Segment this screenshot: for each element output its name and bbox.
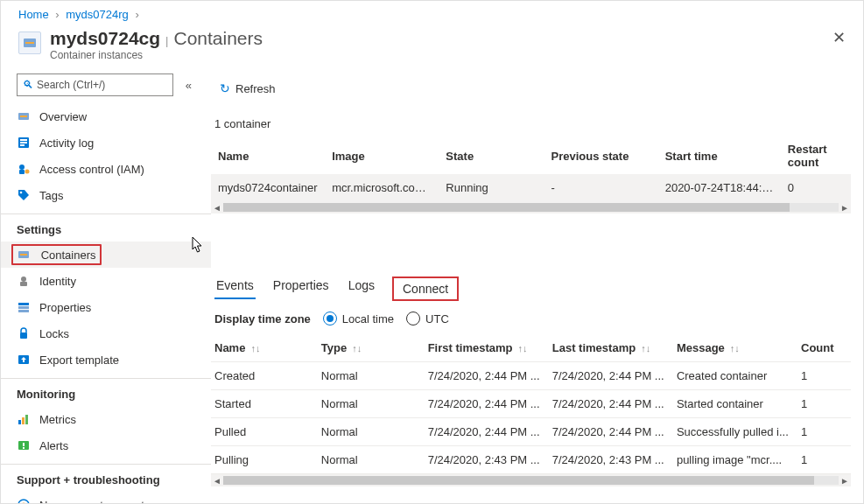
scroll-left-icon[interactable]: ◄ <box>211 476 223 486</box>
activity-log-icon <box>17 136 31 150</box>
svg-point-12 <box>20 192 23 194</box>
radio-unselected-icon <box>406 312 420 326</box>
main-content: ↻ Refresh 1 container Name Image State P… <box>211 70 863 504</box>
svg-rect-19 <box>18 310 29 312</box>
section-monitoring: Monitoring <box>1 378 211 406</box>
table-row[interactable]: myds0724container mcr.microsoft.com/a...… <box>211 174 851 201</box>
tab-connect[interactable]: Connect <box>392 276 459 301</box>
tab-events[interactable]: Events <box>214 275 256 299</box>
nav-access-control[interactable]: Access control (IAM) <box>1 156 211 182</box>
horizontal-scrollbar[interactable]: ◄ ► <box>211 474 851 486</box>
radio-utc[interactable]: UTC <box>406 312 449 326</box>
nav-overview[interactable]: Overview <box>1 103 211 130</box>
col-restart-count[interactable]: Restart count <box>781 137 851 174</box>
export-template-icon <box>17 353 31 367</box>
support-icon <box>17 498 31 504</box>
sort-icon: ↑↓ <box>730 343 740 354</box>
tab-properties[interactable]: Properties <box>271 275 331 299</box>
nav-identity[interactable]: Identity <box>1 268 211 294</box>
alerts-icon <box>17 438 31 452</box>
breadcrumb-rg[interactable]: myds0724rg <box>66 8 129 21</box>
svg-rect-1 <box>25 42 34 44</box>
resource-title: myds0724cg <box>50 28 160 49</box>
search-icon: 🔍︎ <box>23 79 33 91</box>
timezone-row: Display time zone Local time UTC <box>211 299 851 334</box>
page-header: myds0724cg | Containers Container instan… <box>1 24 863 70</box>
scroll-right-icon[interactable]: ► <box>839 203 851 213</box>
detail-tabs: Events Properties Logs Connect <box>211 275 851 299</box>
sort-icon: ↑↓ <box>352 343 362 354</box>
svg-rect-14 <box>20 254 27 256</box>
sidebar-search-input[interactable]: 🔍︎ Search (Ctrl+/) <box>17 74 173 96</box>
refresh-button[interactable]: ↻ Refresh <box>214 78 281 99</box>
table-row[interactable]: PullingNormal7/24/2020, 2:43 PM ...7/24/… <box>211 446 851 474</box>
sort-icon: ↑↓ <box>517 343 527 354</box>
nav-export-template[interactable]: Export template <box>1 346 211 373</box>
horizontal-scrollbar[interactable]: ◄ ► <box>211 201 851 214</box>
nav-properties[interactable]: Properties <box>1 294 211 320</box>
nav-activity-log[interactable]: Activity log <box>1 130 211 156</box>
svg-rect-17 <box>18 303 29 305</box>
col2-type[interactable]: Type↑↓ <box>318 334 425 362</box>
section-support: Support + troubleshooting <box>1 464 211 492</box>
col-name[interactable]: Name <box>211 137 325 174</box>
col2-first[interactable]: First timestamp↑↓ <box>425 334 549 362</box>
svg-rect-25 <box>25 415 28 424</box>
section-settings: Settings <box>1 214 211 242</box>
svg-rect-20 <box>20 332 27 339</box>
svg-rect-27 <box>23 443 25 446</box>
svg-point-15 <box>21 276 26 282</box>
svg-rect-24 <box>22 417 25 424</box>
collapse-sidebar-button[interactable]: « <box>182 77 195 94</box>
nav-alerts[interactable]: Alerts <box>1 432 211 458</box>
svg-rect-28 <box>23 447 25 449</box>
scroll-left-icon[interactable]: ◄ <box>211 203 223 213</box>
nav-locks[interactable]: Locks <box>1 320 211 346</box>
table-row[interactable]: CreatedNormal7/24/2020, 2:44 PM ...7/24/… <box>211 362 851 390</box>
col2-count[interactable]: Count <box>797 334 851 362</box>
radio-selected-icon <box>323 312 337 326</box>
tags-icon <box>17 188 31 202</box>
properties-icon <box>17 300 31 314</box>
col-prev-state[interactable]: Previous state <box>544 137 658 174</box>
breadcrumb-home[interactable]: Home <box>18 8 49 21</box>
nav-new-support-request[interactable]: New support request <box>1 492 211 504</box>
col2-last[interactable]: Last timestamp↑↓ <box>549 334 673 362</box>
chevron-right-icon: › <box>55 8 59 21</box>
col-state[interactable]: State <box>439 137 544 174</box>
sort-icon: ↑↓ <box>641 343 650 354</box>
timezone-label: Display time zone <box>214 312 311 326</box>
page-title: Containers <box>173 28 263 49</box>
tab-logs[interactable]: Logs <box>347 275 376 299</box>
refresh-icon: ↻ <box>220 81 230 95</box>
svg-point-29 <box>18 500 29 504</box>
col-start-time[interactable]: Start time <box>658 137 781 174</box>
nav-containers[interactable]: Containers <box>1 242 211 268</box>
close-button[interactable]: ✕ <box>832 28 846 47</box>
nav-metrics[interactable]: Metrics <box>1 406 211 432</box>
access-control-icon <box>17 162 31 176</box>
table-row[interactable]: StartedNormal7/24/2020, 2:44 PM ...7/24/… <box>211 390 851 418</box>
metrics-icon <box>17 412 31 426</box>
svg-rect-16 <box>20 282 27 286</box>
sidebar: 🔍︎ Search (Ctrl+/) « Overview Activity l… <box>1 70 211 504</box>
containers-icon <box>17 248 31 262</box>
scroll-right-icon[interactable]: ► <box>839 476 851 486</box>
svg-rect-5 <box>20 139 27 141</box>
container-instance-icon <box>18 32 41 54</box>
breadcrumb: Home › myds0724rg › <box>1 1 863 24</box>
col2-name[interactable]: Name↑↓ <box>211 334 318 362</box>
nav-tags[interactable]: Tags <box>1 182 211 208</box>
svg-rect-9 <box>19 170 25 174</box>
resource-type: Container instances <box>50 49 263 61</box>
col2-msg[interactable]: Message↑↓ <box>673 334 797 362</box>
table-row[interactable]: PulledNormal7/24/2020, 2:44 PM ...7/24/2… <box>211 418 851 446</box>
radio-local-time[interactable]: Local time <box>323 312 394 326</box>
svg-rect-23 <box>18 420 21 424</box>
svg-rect-18 <box>18 306 29 309</box>
svg-point-8 <box>19 164 25 170</box>
containers-table: Name Image State Previous state Start ti… <box>211 137 851 201</box>
events-table: Name↑↓ Type↑↓ First timestamp↑↓ Last tim… <box>211 334 851 474</box>
lock-icon <box>17 326 31 340</box>
col-image[interactable]: Image <box>325 137 439 174</box>
